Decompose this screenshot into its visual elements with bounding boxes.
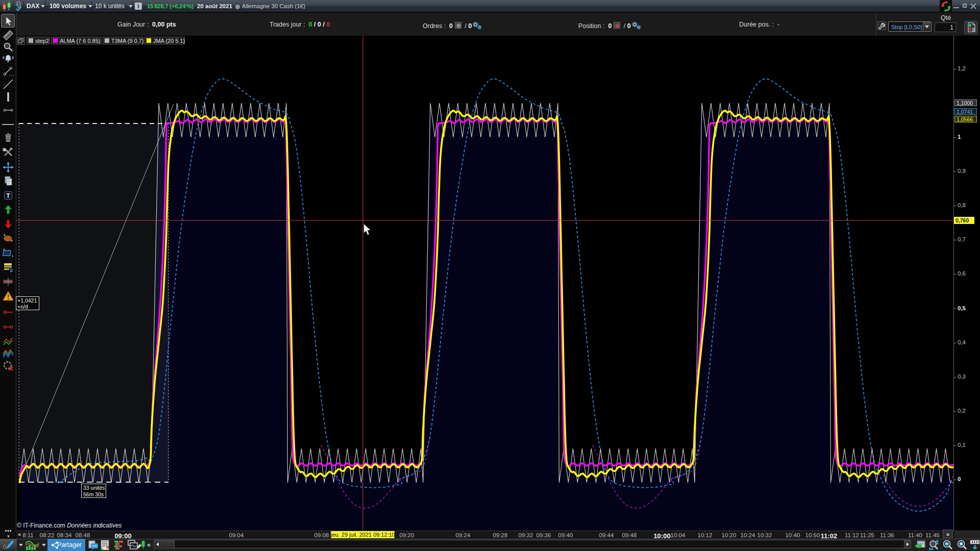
svg-text:F: F <box>10 268 13 273</box>
svg-text:T: T <box>6 192 10 199</box>
